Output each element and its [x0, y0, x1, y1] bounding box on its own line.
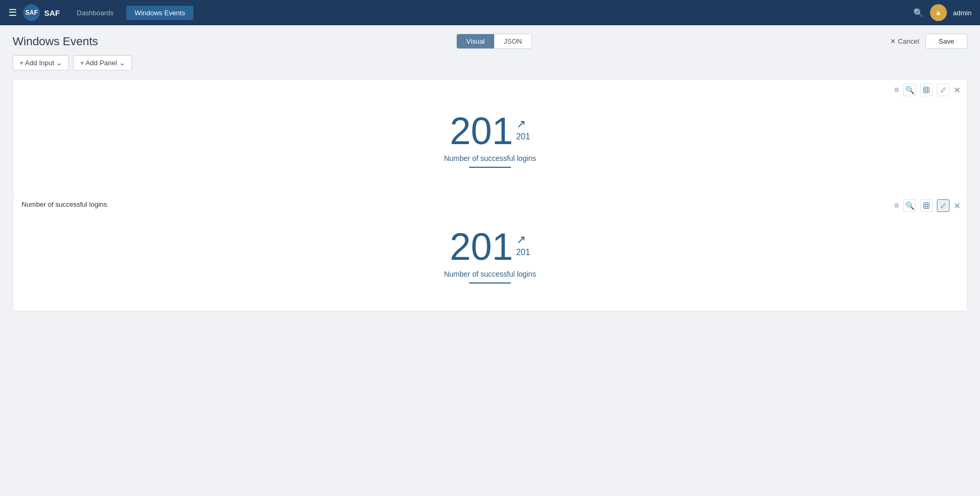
panel-2-metric-label: Number of successful logins: [444, 270, 536, 278]
add-panel-button[interactable]: + Add Panel ⌄: [73, 55, 131, 70]
panel-1-underline: [469, 167, 511, 168]
nav-right-section: 🔍 a admin: [913, 4, 972, 21]
panel-2-title: Number of successful logins: [22, 200, 107, 208]
cancel-x-icon: ✕: [890, 37, 896, 45]
view-toggle-group: Visual JSON: [456, 34, 532, 49]
add-input-button[interactable]: + Add Input ⌄: [13, 55, 69, 70]
panel-1: ≡ 🔍 ✕ 201 ↗: [13, 79, 967, 195]
panel-1-search-icon[interactable]: 🔍: [903, 84, 916, 96]
panel-2-trend-value: 201: [516, 248, 530, 257]
svg-rect-0: [924, 87, 930, 93]
panel-1-trend-value: 201: [516, 132, 530, 141]
visual-view-button[interactable]: Visual: [457, 34, 494, 48]
panel-2-search-icon[interactable]: 🔍: [903, 199, 916, 212]
panel-2-drag-icon[interactable]: ≡: [894, 201, 899, 210]
panel-2-toolbar: ≡ 🔍 ✕: [894, 199, 961, 212]
panel-1-trend: ↗ 201: [516, 112, 530, 141]
nav-tab-dashboards[interactable]: Dashboards: [68, 6, 122, 20]
view-toggle: Visual JSON: [456, 34, 532, 49]
avatar[interactable]: a: [930, 4, 947, 21]
page-title: Windows Events: [13, 35, 98, 48]
panel-2-close-icon[interactable]: ✕: [954, 201, 961, 211]
admin-label: admin: [953, 9, 972, 17]
panel-2-content: 201 ↗ 201 Number of successful logins: [13, 195, 967, 311]
main-content: ≡ 🔍 ✕ 201 ↗: [0, 79, 980, 311]
cancel-button[interactable]: ✕ Cancel: [890, 37, 919, 45]
hamburger-menu-icon[interactable]: ☰: [8, 7, 17, 18]
svg-rect-5: [924, 203, 930, 209]
panel-1-metric-label: Number of successful logins: [444, 154, 536, 163]
save-button[interactable]: Save: [925, 34, 967, 49]
brand-name: SAF: [44, 8, 60, 17]
panel-1-trend-arrow: ↗: [516, 117, 526, 131]
chevron-down-icon: ⌄: [119, 59, 125, 67]
panel-2-edit-icon[interactable]: [937, 199, 950, 212]
top-navigation: ☰ SAF SAF Dashboards Windows Events 🔍 a …: [0, 0, 980, 25]
nav-tab-windows-events[interactable]: Windows Events: [126, 6, 193, 20]
panel-2-trend-arrow: ↗: [516, 233, 526, 247]
chevron-down-icon: ⌄: [56, 59, 62, 67]
panel-2-underline: [469, 282, 511, 284]
panel-1-content: 201 ↗ 201 Number of successful logins: [13, 79, 967, 195]
panel-1-toolbar: ≡ 🔍 ✕: [894, 84, 961, 96]
search-icon[interactable]: 🔍: [913, 8, 924, 18]
header-actions: ✕ Cancel Save: [890, 34, 967, 49]
dashboard-toolbar: + Add Input ⌄ + Add Panel ⌄: [0, 55, 980, 79]
panel-2-metric-value: 201: [450, 228, 513, 266]
panel-2-table-icon[interactable]: [920, 199, 933, 212]
panel-1-metric: 201 ↗ 201: [450, 112, 530, 150]
logo: SAF: [23, 4, 40, 21]
panel-1-table-icon[interactable]: [920, 84, 933, 96]
panel-1-metric-value: 201: [450, 112, 513, 150]
panel-2-trend: ↗ 201: [516, 228, 530, 257]
page-header: Windows Events Visual JSON ✕ Cancel Save: [0, 25, 980, 55]
panel-1-edit-icon[interactable]: [937, 84, 950, 96]
panel-2: Number of successful logins ≡ 🔍 ✕: [13, 195, 967, 311]
panel-1-close-icon[interactable]: ✕: [954, 85, 961, 95]
panel-2-metric: 201 ↗ 201: [450, 228, 530, 266]
json-view-button[interactable]: JSON: [494, 34, 532, 48]
panel-1-drag-icon[interactable]: ≡: [894, 85, 899, 95]
